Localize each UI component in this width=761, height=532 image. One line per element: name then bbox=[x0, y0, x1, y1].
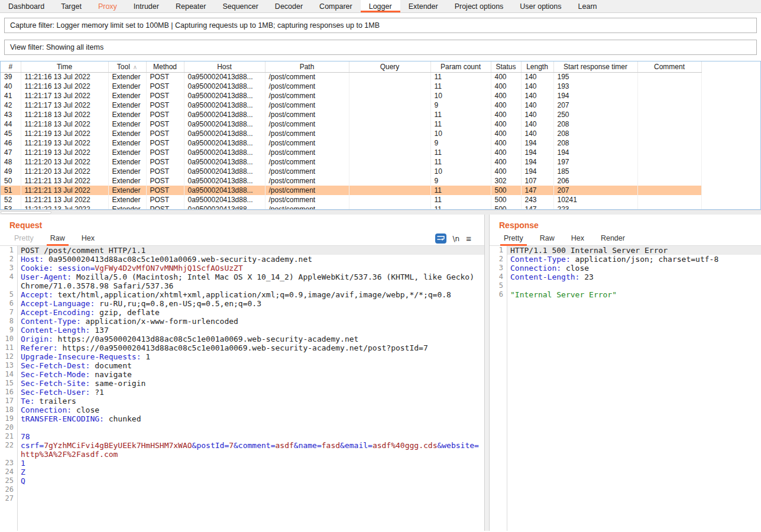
cell-query bbox=[349, 176, 430, 186]
column-header-host[interactable]: Host bbox=[184, 61, 265, 72]
menu-tab-proxy[interactable]: Proxy bbox=[90, 0, 125, 12]
cell-timer: 194 bbox=[553, 148, 637, 157]
table-row[interactable]: 4311:21:18 13 Jul 2022ExtenderPOST0a9500… bbox=[1, 110, 701, 119]
menu-tab-extender[interactable]: Extender bbox=[400, 0, 446, 12]
table-row[interactable]: 5011:21:21 13 Jul 2022ExtenderPOST0a9500… bbox=[1, 176, 701, 186]
column-header-time[interactable]: Time bbox=[21, 61, 108, 72]
line-content: User-Agent: Mozilla/5.0 (Macintosh; Inte… bbox=[17, 273, 484, 281]
newline-indicator-icon[interactable]: \n bbox=[453, 235, 460, 243]
table-row[interactable]: 4911:21:20 13 Jul 2022ExtenderPOST0a9500… bbox=[1, 167, 701, 176]
menu-tab-user-options[interactable]: User options bbox=[511, 0, 569, 12]
tab-request-pretty[interactable]: Pretty bbox=[6, 232, 42, 245]
table-row[interactable]: 3911:21:16 13 Jul 2022ExtenderPOST0a9500… bbox=[1, 72, 701, 82]
table-row[interactable]: 4411:21:18 13 Jul 2022ExtenderPOST0a9500… bbox=[1, 119, 701, 129]
line-content: Content-Type: application/json; charset=… bbox=[507, 255, 761, 264]
tab-response-raw[interactable]: Raw bbox=[532, 232, 563, 245]
table-row[interactable]: 4811:21:20 13 Jul 2022ExtenderPOST0a9500… bbox=[1, 157, 701, 167]
cell-host: 0a9500020413d88... bbox=[184, 138, 265, 148]
column-header-length[interactable]: Length bbox=[521, 61, 553, 72]
menu-tab-learn[interactable]: Learn bbox=[570, 0, 605, 12]
column-header-param_count[interactable]: Param count bbox=[430, 61, 491, 72]
tab-request-raw[interactable]: Raw bbox=[42, 232, 73, 245]
table-row[interactable]: 4711:21:19 13 Jul 2022ExtenderPOST0a9500… bbox=[1, 148, 701, 157]
tab-response-pretty[interactable]: Pretty bbox=[496, 232, 532, 245]
line-number: 4 bbox=[490, 273, 507, 281]
line-number: 11 bbox=[0, 343, 17, 352]
cell-query bbox=[349, 91, 430, 100]
table-row[interactable]: 4211:21:17 13 Jul 2022ExtenderPOST0a9500… bbox=[1, 100, 701, 110]
menu-tab-comparer[interactable]: Comparer bbox=[311, 0, 361, 12]
cell-host: 0a9500020413d88... bbox=[184, 100, 265, 110]
table-row[interactable]: 5311:21:22 13 Jul 2022ExtenderPOST0a9500… bbox=[1, 205, 701, 210]
editor-line: 1HTTP/1.1 500 Internal Server Error bbox=[490, 246, 761, 255]
menu-tab-intruder[interactable]: Intruder bbox=[125, 0, 167, 12]
view-filter-bar[interactable]: View filter: Showing all items bbox=[4, 40, 757, 55]
editor-line: 2Content-Type: application/json; charset… bbox=[490, 255, 761, 264]
menu-tab-sequencer[interactable]: Sequencer bbox=[214, 0, 266, 12]
cell-num: 41 bbox=[1, 91, 21, 100]
menu-tab-logger[interactable]: Logger bbox=[361, 0, 400, 12]
menu-tab-dashboard[interactable]: Dashboard bbox=[0, 0, 53, 12]
table-row[interactable]: 5211:21:21 13 Jul 2022ExtenderPOST0a9500… bbox=[1, 195, 701, 205]
editor-menu-icon[interactable]: ≡ bbox=[466, 233, 471, 244]
menu-tab-target[interactable]: Target bbox=[53, 0, 90, 12]
table-row[interactable]: 4111:21:17 13 Jul 2022ExtenderPOST0a9500… bbox=[1, 91, 701, 100]
menu-tab-decoder[interactable]: Decoder bbox=[267, 0, 311, 12]
cell-path: /post/comment bbox=[265, 119, 349, 129]
cell-param_count: 10 bbox=[430, 167, 491, 176]
table-row[interactable]: 4011:21:16 13 Jul 2022ExtenderPOST0a9500… bbox=[1, 82, 701, 91]
cell-timer: 207 bbox=[553, 100, 637, 110]
table-row[interactable]: 4511:21:19 13 Jul 2022ExtenderPOST0a9500… bbox=[1, 129, 701, 138]
response-editor[interactable]: 1HTTP/1.1 500 Internal Server Error2Cont… bbox=[490, 246, 761, 531]
cell-param_count: 11 bbox=[430, 110, 491, 119]
cell-comment bbox=[637, 72, 701, 82]
cell-length: 140 bbox=[521, 110, 553, 119]
column-header-timer[interactable]: Start response timer bbox=[553, 61, 637, 72]
cell-time: 11:21:16 13 Jul 2022 bbox=[21, 82, 108, 91]
scrollbar-thumb[interactable] bbox=[1, 211, 51, 214]
cell-path: /post/comment bbox=[265, 205, 349, 210]
column-header-num[interactable]: # bbox=[1, 61, 21, 72]
line-content: Z bbox=[17, 468, 484, 476]
cell-path: /post/comment bbox=[265, 82, 349, 91]
tab-response-hex[interactable]: Hex bbox=[563, 232, 592, 245]
editor-line: 19tRANSFER-ENCODING: chunked bbox=[0, 414, 484, 423]
column-header-tool[interactable]: Tool∧ bbox=[108, 61, 146, 72]
cell-status: 500 bbox=[491, 195, 521, 205]
tab-request-hex[interactable]: Hex bbox=[73, 232, 103, 245]
line-content: Upgrade-Insecure-Requests: 1 bbox=[17, 352, 484, 361]
tab-response-render[interactable]: Render bbox=[592, 232, 633, 245]
cell-length: 194 bbox=[521, 148, 553, 157]
cell-comment bbox=[637, 176, 701, 186]
column-header-status[interactable]: Status bbox=[491, 61, 521, 72]
cell-length: 140 bbox=[521, 72, 553, 82]
cell-timer: 223 bbox=[553, 205, 637, 210]
line-number: 9 bbox=[0, 326, 17, 335]
panel-splitter[interactable] bbox=[485, 215, 489, 531]
column-header-path[interactable]: Path bbox=[265, 61, 349, 72]
line-content: http%3A%2F%2Fasdf.com bbox=[17, 450, 484, 459]
word-wrap-toggle-icon[interactable] bbox=[435, 233, 446, 244]
menu-tab-project-options[interactable]: Project options bbox=[446, 0, 512, 12]
capture-filter-bar[interactable]: Capture filter: Logger memory limit set … bbox=[4, 18, 757, 33]
cell-path: /post/comment bbox=[265, 100, 349, 110]
cell-query bbox=[349, 100, 430, 110]
cell-comment bbox=[637, 100, 701, 110]
cell-tool: Extender bbox=[108, 176, 146, 186]
cell-timer: 194 bbox=[553, 91, 637, 100]
table-row[interactable]: 4611:21:19 13 Jul 2022ExtenderPOST0a9500… bbox=[1, 138, 701, 148]
line-number: 12 bbox=[0, 352, 17, 361]
table-row[interactable]: 5111:21:21 13 Jul 2022ExtenderPOST0a9500… bbox=[1, 186, 701, 195]
line-number: 6 bbox=[0, 299, 17, 308]
cell-host: 0a9500020413d88... bbox=[184, 82, 265, 91]
cell-length: 147 bbox=[521, 205, 553, 210]
column-header-query[interactable]: Query bbox=[349, 61, 430, 72]
column-header-method[interactable]: Method bbox=[146, 61, 184, 72]
column-header-comment[interactable]: Comment bbox=[637, 61, 701, 72]
request-editor[interactable]: 1POST /post/comment HTTP/1.12Host: 0a950… bbox=[0, 246, 484, 531]
cell-query bbox=[349, 110, 430, 119]
menu-tab-repeater[interactable]: Repeater bbox=[167, 0, 214, 12]
cell-length: 243 bbox=[521, 195, 553, 205]
editor-line: 15Sec-Fetch-Site: same-origin bbox=[0, 379, 484, 388]
horizontal-scrollbar[interactable] bbox=[0, 210, 761, 215]
